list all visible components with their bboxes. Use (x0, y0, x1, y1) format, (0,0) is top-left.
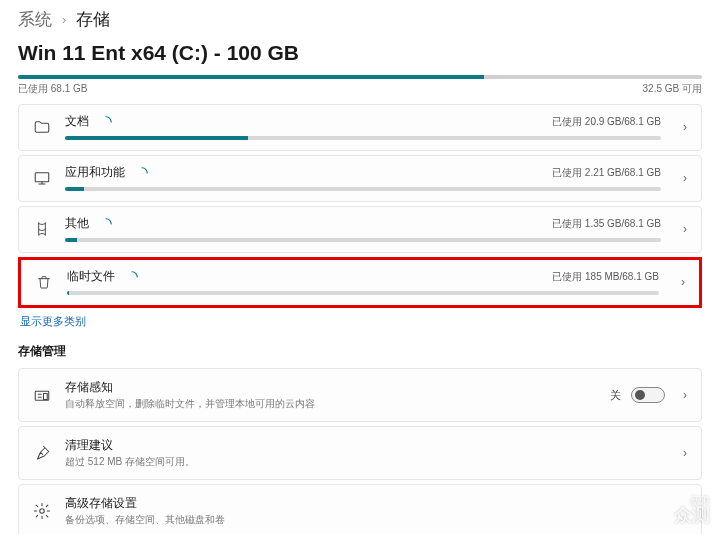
svg-rect-1 (35, 391, 49, 400)
category-card-other[interactable]: 其他已使用 1.35 GB/68.1 GB› (18, 206, 702, 253)
category-card-trash[interactable]: 临时文件已使用 185 MB/68.1 GB› (18, 257, 702, 308)
category-bar (65, 136, 661, 140)
mgmt-card-sense[interactable]: 存储感知自动释放空间，删除临时文件，并管理本地可用的云内容关› (18, 368, 702, 422)
used-label: 已使用 68.1 GB (18, 82, 87, 96)
category-usage: 已使用 20.9 GB/68.1 GB (552, 115, 661, 129)
spinner-icon (135, 166, 149, 180)
chevron-right-icon: › (683, 171, 687, 185)
mgmt-title: 清理建议 (65, 437, 661, 454)
category-bar (65, 238, 661, 242)
broom-icon (33, 444, 51, 462)
spinner-icon (125, 270, 139, 284)
chevron-right-icon: › (683, 120, 687, 134)
category-usage: 已使用 1.35 GB/68.1 GB (552, 217, 661, 231)
section-title-storage-mgmt: 存储管理 (18, 343, 702, 360)
category-bar (67, 291, 659, 295)
category-bar (65, 187, 661, 191)
category-card-apps[interactable]: 应用和功能已使用 2.21 GB/68.1 GB› (18, 155, 702, 202)
spinner-icon (99, 115, 113, 129)
breadcrumb: 系统 › 存储 (18, 8, 702, 31)
category-usage: 已使用 2.21 GB/68.1 GB (552, 166, 661, 180)
chevron-right-icon: › (62, 12, 66, 27)
svg-point-2 (40, 509, 45, 514)
drive-title: Win 11 Ent x64 (C:) - 100 GB (18, 41, 702, 65)
mgmt-desc: 自动释放空间，删除临时文件，并管理本地可用的云内容 (65, 397, 596, 411)
drive-usage-bar: 已使用 68.1 GB 32.5 GB 可用 (18, 75, 702, 96)
svg-rect-0 (35, 172, 49, 181)
mgmt-desc: 备份选项、存储空间、其他磁盘和卷 (65, 513, 673, 527)
sense-icon (33, 386, 51, 404)
mgmt-title: 高级存储设置 (65, 495, 673, 512)
toggle-switch[interactable] (631, 387, 665, 403)
category-usage: 已使用 185 MB/68.1 GB (552, 270, 659, 284)
mgmt-card-broom[interactable]: 清理建议超过 512 MB 存储空间可用。› (18, 426, 702, 480)
toggle-label: 关 (610, 388, 621, 403)
mgmt-desc: 超过 512 MB 存储空间可用。 (65, 455, 661, 469)
free-label: 32.5 GB 可用 (643, 82, 702, 96)
breadcrumb-parent[interactable]: 系统 (18, 8, 52, 31)
category-title: 临时文件 (67, 268, 115, 285)
other-icon (33, 220, 51, 238)
category-title: 文档 (65, 113, 89, 130)
mgmt-title: 存储感知 (65, 379, 596, 396)
chevron-right-icon: › (683, 388, 687, 402)
gear-icon (33, 502, 51, 520)
apps-icon (33, 169, 51, 187)
chevron-right-icon: › (683, 446, 687, 460)
spinner-icon (99, 217, 113, 231)
chevron-right-icon: › (681, 275, 685, 289)
trash-icon (35, 273, 53, 291)
category-title: 应用和功能 (65, 164, 125, 181)
show-more-link[interactable]: 显示更多类别 (20, 314, 702, 329)
category-card-folder[interactable]: 文档已使用 20.9 GB/68.1 GB› (18, 104, 702, 151)
category-title: 其他 (65, 215, 89, 232)
folder-icon (33, 118, 51, 136)
chevron-right-icon: › (683, 222, 687, 236)
breadcrumb-current: 存储 (76, 8, 110, 31)
mgmt-card-gear[interactable]: 高级存储设置备份选项、存储空间、其他磁盘和卷 (18, 484, 702, 534)
